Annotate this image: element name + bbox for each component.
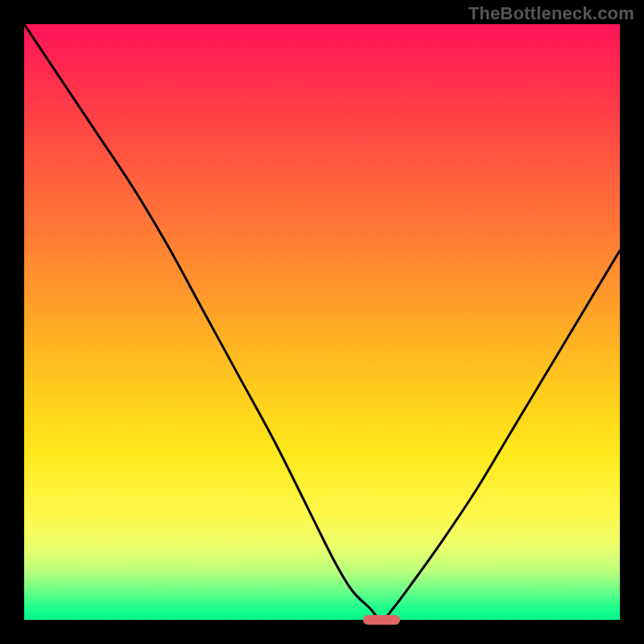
plot-area (24, 24, 620, 620)
optimum-marker (363, 615, 400, 625)
attribution-text: TheBottleneck.com (469, 3, 634, 24)
bottleneck-curve-path (24, 24, 620, 620)
bottleneck-curve-svg (24, 24, 620, 620)
chart-frame: TheBottleneck.com (0, 0, 644, 644)
